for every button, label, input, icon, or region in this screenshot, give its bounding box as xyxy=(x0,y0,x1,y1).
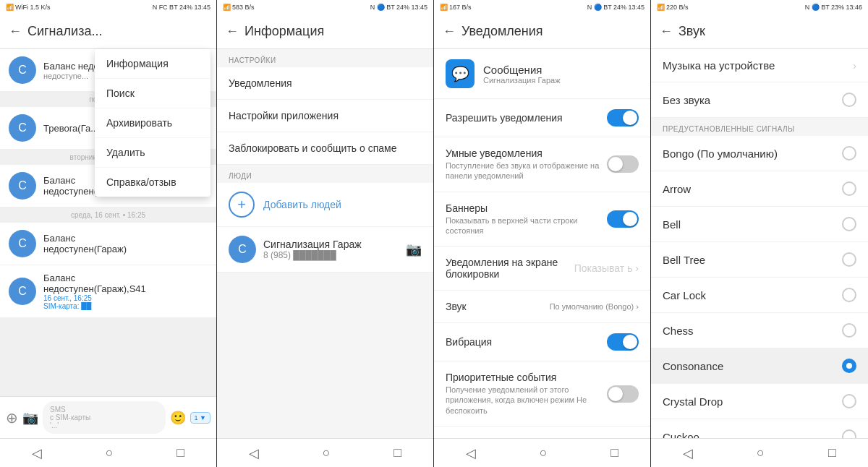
dropdown-item-search[interactable]: Поиск xyxy=(95,79,210,108)
app-sub: Сигнализация Гараж xyxy=(483,76,561,85)
dropdown-item-help[interactable]: Справка/отзыв xyxy=(95,168,210,197)
notif-vibration-label: Вибрация xyxy=(446,336,607,348)
preset-section-label: ПРЕДУСТАНОВЛЕННЫЕ СИГНАЛЫ xyxy=(651,118,868,136)
allow-notif-toggle[interactable] xyxy=(607,109,639,127)
home-nav-btn[interactable]: ○ xyxy=(106,445,114,460)
nav-bar-1: ◁ ○ □ xyxy=(0,438,216,467)
home-nav-btn-3[interactable]: ○ xyxy=(540,445,548,460)
back-button-2[interactable]: ← xyxy=(226,24,239,39)
date-divider: среда, 16 сент. • 16:25 xyxy=(0,207,216,223)
sound-chess-label: Chess xyxy=(663,325,694,337)
app-name: Сообщения xyxy=(483,64,561,76)
carlock-radio[interactable] xyxy=(842,288,856,302)
music-on-device-row[interactable]: Музыка на устройстве › xyxy=(651,49,868,82)
msg-preview: 16 сент., 16:25SIM-карта: ██ xyxy=(43,294,208,310)
vibration-toggle[interactable] xyxy=(607,333,639,351)
notif-banner-row[interactable]: Баннеры Показывать в верхней части строк… xyxy=(434,192,650,247)
signal-text: WiFi 1.5 K/s xyxy=(15,4,51,11)
back-button-4[interactable]: ← xyxy=(660,24,673,39)
camera-icon-contact[interactable]: 📷 xyxy=(406,241,422,257)
notif-sound-row[interactable]: Звук По умолчанию (Bongo) › xyxy=(434,291,650,323)
sound-bongo-row[interactable]: Bongo (По умолчанию) xyxy=(651,136,868,171)
cuckoo-radio[interactable] xyxy=(842,429,856,438)
notif-smart-row[interactable]: Умные уведомления Поступление без звука … xyxy=(434,137,650,192)
recent-nav-btn-2[interactable]: □ xyxy=(393,445,401,460)
add-person-button[interactable]: + Добавить людей xyxy=(217,183,433,227)
info-item-notifications[interactable]: Уведомления xyxy=(217,67,433,100)
music-on-device-label: Музыка на устройстве xyxy=(663,59,775,72)
dropdown-item-info[interactable]: Информация xyxy=(95,49,210,79)
status-icons-4: N 🔵 BT 23% 13:46 xyxy=(805,4,862,11)
notif-vibration-row[interactable]: Вибрация xyxy=(434,323,650,361)
crystaldrop-radio[interactable] xyxy=(842,394,856,408)
notif-allow-row[interactable]: Разрешить уведомления xyxy=(434,99,650,137)
smart-notif-toggle[interactable] xyxy=(607,155,639,173)
nav-bar-2: ◁ ○ □ xyxy=(217,438,433,467)
consonance-radio[interactable] xyxy=(842,359,856,373)
belltree-radio[interactable] xyxy=(842,252,856,267)
sound-chess-row[interactable]: Chess xyxy=(651,313,868,348)
emoji-icon[interactable]: 🙂 xyxy=(170,410,186,426)
nav-bar-3: ◁ ○ □ xyxy=(434,438,650,467)
recent-nav-btn-3[interactable]: □ xyxy=(610,445,618,460)
sim-selector[interactable]: 1 ▼ xyxy=(190,412,210,424)
bell-radio[interactable] xyxy=(842,217,856,231)
status-left-1: 📶 WiFi 1.5 K/s xyxy=(6,4,51,11)
avatar: C xyxy=(9,230,36,257)
back-nav-btn-3[interactable]: ◁ xyxy=(466,445,476,461)
contact-item[interactable]: C Сигнализация Гараж 8 (985) ███████ 📷 xyxy=(217,227,433,273)
sound-bell-row[interactable]: Bell xyxy=(651,207,868,242)
settings-section-label: НАСТРОЙКИ xyxy=(217,49,433,67)
camera-icon[interactable]: 📷 xyxy=(22,410,38,426)
back-nav-btn-4[interactable]: ◁ xyxy=(683,445,693,461)
info-item-app-settings[interactable]: Настройки приложения xyxy=(217,100,433,132)
status-left-4: 📶 220 B/s xyxy=(657,4,689,11)
back-button-1[interactable]: ← xyxy=(9,24,22,39)
recent-nav-btn[interactable]: □ xyxy=(176,445,184,460)
list-item[interactable]: C Баланснедостуnен(Гараж) xyxy=(0,223,216,265)
home-nav-btn-2[interactable]: ○ xyxy=(323,445,331,460)
list-item[interactable]: C Баланснедостуnен(Гараж),S41 16 сент., … xyxy=(0,265,216,318)
notif-priority-row[interactable]: Приоритетные события Получение уведомлен… xyxy=(434,361,650,427)
sound-carlock-row[interactable]: Car Lock xyxy=(651,278,868,313)
notif-lockscreen-row[interactable]: Уведомления на экране блокировки Показыв… xyxy=(434,247,650,291)
priority-toggle[interactable] xyxy=(607,385,639,403)
sound-bell-label: Bell xyxy=(663,218,681,231)
sound-arrow-row[interactable]: Arrow xyxy=(651,171,868,207)
dropdown-item-delete[interactable]: Удалить xyxy=(95,138,210,168)
notif-lockscreen-label: Уведомления на экране блокировки xyxy=(446,257,574,280)
silence-radio[interactable] xyxy=(842,93,856,107)
sound-cuckoo-row[interactable]: Cuckoo xyxy=(651,419,868,438)
chess-radio[interactable] xyxy=(842,323,856,338)
add-icon[interactable]: ⊕ xyxy=(6,409,18,427)
sound-consonance-row[interactable]: Consonance xyxy=(651,348,868,384)
info-item-block[interactable]: Заблокировать и сообщить о спаме xyxy=(217,132,433,165)
arrow-radio[interactable] xyxy=(842,181,856,196)
screen-title-1: Сигнализа... xyxy=(27,24,102,39)
sound-arrow: По умолчанию (Bongo) › xyxy=(550,302,639,311)
home-nav-btn-4[interactable]: ○ xyxy=(757,445,765,460)
status-icons: N FC BT 24% 13:45 xyxy=(153,4,210,11)
banner-toggle[interactable] xyxy=(607,210,639,228)
back-nav-btn[interactable]: ◁ xyxy=(32,445,42,461)
sound-arrow-label: Arrow xyxy=(663,183,691,195)
sound-belltree-row[interactable]: Bell Tree xyxy=(651,242,868,278)
sound-crystaldrop-row[interactable]: Crystal Drop xyxy=(651,384,868,419)
wifi-icon-4: 📶 xyxy=(657,4,665,11)
bongo-radio[interactable] xyxy=(842,146,856,160)
top-bar-1: ← Сигнализа... xyxy=(0,14,216,49)
contact-avatar: C xyxy=(229,236,256,263)
silence-row[interactable]: Без звука xyxy=(651,82,868,118)
sound-belltree-label: Bell Tree xyxy=(663,254,705,266)
back-button-3[interactable]: ← xyxy=(443,24,456,39)
back-nav-btn-2[interactable]: ◁ xyxy=(249,445,259,461)
recent-nav-btn-4[interactable]: □ xyxy=(828,445,836,460)
screen-title-3: Уведомления xyxy=(461,24,543,39)
add-person-label: Добавить людей xyxy=(263,199,341,210)
notif-banner-label: Баннеры Показывать в верхней части строк… xyxy=(446,202,607,236)
screen-title-2: Информация xyxy=(244,24,324,39)
screen-2: 📶 583 B/s N 🔵 BT 24% 13:45 ← Информация … xyxy=(217,0,434,467)
dropdown-item-archive[interactable]: Архивировать xyxy=(95,108,210,138)
msg-content: Баланснедостуnен(Гараж),S41 16 сент., 16… xyxy=(43,273,208,310)
message-input[interactable]: SMSс SIM-карты'...' xyxy=(43,401,166,434)
